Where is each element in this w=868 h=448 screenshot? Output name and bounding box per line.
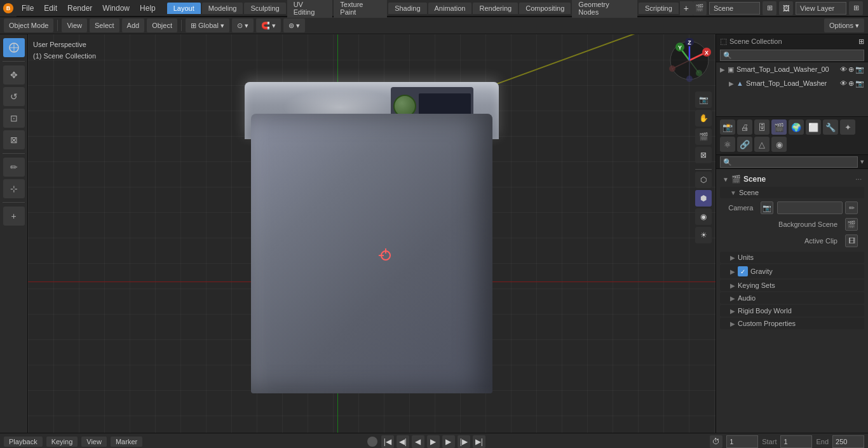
gravity-toggle[interactable]: ✓ bbox=[738, 266, 748, 276]
workspace-tab-geonodes[interactable]: Geometry Nodes bbox=[572, 0, 637, 18]
prop-icon-particles[interactable]: ✦ bbox=[840, 119, 855, 135]
prop-icon-viewlayer[interactable]: 🗄 bbox=[754, 119, 770, 135]
scene-sub-header[interactable]: ▼ Scene bbox=[720, 187, 864, 198]
tool-scale[interactable]: ⊡ bbox=[3, 109, 25, 128]
workspace-tab-sculpting[interactable]: Sculpting bbox=[244, 3, 285, 14]
view-layer-options-icon[interactable]: ⊞ bbox=[849, 1, 863, 15]
tool-measure[interactable]: ⊹ bbox=[3, 179, 25, 198]
outliner-filter-icon[interactable]: ⊞ bbox=[858, 37, 864, 46]
workspace-tab-texture[interactable]: Texture Paint bbox=[334, 0, 387, 18]
prev-keyframe-btn[interactable]: ◀| bbox=[397, 435, 409, 448]
prop-search-input[interactable] bbox=[720, 156, 858, 168]
snap-btn[interactable]: 🧲 ▾ bbox=[256, 18, 281, 32]
next-frame-btn[interactable]: ▶ bbox=[442, 435, 455, 448]
tool-move[interactable]: ✥ bbox=[3, 65, 25, 85]
prev-frame-btn[interactable]: ◀ bbox=[412, 435, 424, 448]
workspace-tab-shading[interactable]: Shading bbox=[388, 3, 426, 14]
prop-icon-render[interactable]: 📸 bbox=[720, 119, 735, 135]
menu-edit[interactable]: Edit bbox=[39, 2, 62, 15]
options-btn[interactable]: Options ▾ bbox=[824, 18, 864, 32]
scene-section-opts[interactable]: ⋯ bbox=[855, 176, 862, 183]
view-menu-btn[interactable]: View bbox=[62, 18, 87, 32]
scene-name-input[interactable] bbox=[709, 2, 760, 15]
workspace-add-tab[interactable]: + bbox=[680, 1, 693, 15]
scene-options-icon[interactable]: ⊞ bbox=[763, 1, 776, 15]
workspace-tab-animation[interactable]: Animation bbox=[428, 3, 472, 14]
tool-annotate[interactable]: ✏ bbox=[3, 158, 25, 177]
viewport-hand-icon[interactable]: ✋ bbox=[695, 110, 712, 126]
outliner-item-0[interactable]: ▶ ▣ Smart_Top_Load_Washer_00 👁 ⊕ 📷 bbox=[716, 62, 868, 76]
active-clip-icon[interactable]: 🎞 bbox=[845, 234, 858, 247]
outliner-select-0[interactable]: ⊕ bbox=[848, 65, 854, 74]
marker-btn[interactable]: Marker bbox=[111, 437, 142, 447]
rigid-body-header[interactable]: ▶ Rigid Body World bbox=[720, 305, 864, 316]
menu-window[interactable]: Window bbox=[97, 2, 135, 15]
camera-picker-icon[interactable]: 📷 bbox=[761, 201, 773, 214]
viewport[interactable]: User Perspective (1) Scene Collection X … bbox=[28, 34, 715, 433]
keying-sets-header[interactable]: ▶ Keying Sets bbox=[720, 280, 864, 291]
viewport-camera-icon[interactable]: 📷 bbox=[695, 92, 712, 108]
workspace-tab-modeling[interactable]: Modeling bbox=[202, 3, 243, 14]
vp-shading-material[interactable]: ◉ bbox=[695, 208, 712, 225]
menu-help[interactable]: Help bbox=[135, 2, 161, 15]
prop-icon-object[interactable]: ⬜ bbox=[806, 119, 821, 135]
outliner-expand-1[interactable]: ▶ bbox=[729, 80, 734, 87]
time-display-icon[interactable]: ⏱ bbox=[710, 435, 722, 448]
workspace-tab-rendering[interactable]: Rendering bbox=[473, 3, 518, 14]
transform-pivot-btn[interactable]: ⊙ ▾ bbox=[232, 18, 254, 32]
play-btn[interactable]: ▶ bbox=[427, 435, 440, 448]
add-menu-btn[interactable]: Add bbox=[122, 18, 145, 32]
outliner-select-1[interactable]: ⊕ bbox=[848, 79, 854, 88]
camera-edit-icon[interactable]: ✏ bbox=[845, 201, 858, 214]
next-keyframe-btn[interactable]: |▶ bbox=[458, 435, 470, 448]
units-section-header[interactable]: ▶ Units bbox=[720, 252, 864, 263]
gravity-section-header[interactable]: ▶ ✓ Gravity bbox=[720, 264, 864, 278]
tool-rotate[interactable]: ↺ bbox=[3, 87, 25, 106]
tool-add-cube[interactable]: + bbox=[3, 207, 25, 226]
select-menu-btn[interactable]: Select bbox=[90, 18, 119, 32]
jump-start-btn[interactable]: |◀ bbox=[381, 435, 394, 448]
prop-icon-output[interactable]: 🖨 bbox=[737, 119, 752, 135]
transform-global-btn[interactable]: ⊞ Global ▾ bbox=[186, 18, 229, 32]
proportional-edit-btn[interactable]: ⊚ ▾ bbox=[283, 18, 305, 32]
prop-icon-physics[interactable]: ⚛ bbox=[720, 137, 735, 152]
start-frame-input[interactable] bbox=[780, 435, 812, 448]
view-layer-input[interactable] bbox=[796, 2, 846, 15]
prop-icon-modifier[interactable]: 🔧 bbox=[823, 119, 838, 135]
menu-file[interactable]: File bbox=[17, 2, 39, 15]
prop-filter-btn[interactable]: ▾ bbox=[860, 158, 864, 166]
workspace-tab-layout[interactable]: Layout bbox=[167, 3, 201, 14]
playback-btn[interactable]: Playback bbox=[4, 437, 43, 447]
custom-props-header[interactable]: ▶ Custom Properties bbox=[720, 318, 864, 329]
outliner-render-0[interactable]: 📷 bbox=[855, 65, 864, 74]
prop-icon-world[interactable]: 🌍 bbox=[789, 119, 804, 135]
outliner-render-1[interactable]: 📷 bbox=[855, 79, 864, 88]
outliner-item-1[interactable]: ▶ ▲ Smart_Top_Load_Washer 👁 ⊕ 📷 bbox=[716, 76, 868, 90]
object-mode-btn[interactable]: Object Mode bbox=[4, 18, 53, 32]
current-frame-input[interactable] bbox=[726, 435, 758, 448]
prop-icon-material[interactable]: ◉ bbox=[771, 137, 787, 152]
prop-icon-objdata[interactable]: △ bbox=[754, 137, 770, 152]
workspace-tab-scripting[interactable]: Scripting bbox=[639, 3, 679, 14]
prop-icon-constraints[interactable]: 🔗 bbox=[737, 137, 752, 152]
bg-scene-icon[interactable]: 🎬 bbox=[845, 218, 858, 231]
object-menu-btn[interactable]: Object bbox=[147, 18, 177, 32]
prop-section-scene-header[interactable]: ▼ 🎬 Scene ⋯ bbox=[720, 173, 864, 186]
prop-icon-scene[interactable]: 🎬 bbox=[771, 119, 787, 135]
end-frame-input[interactable] bbox=[832, 435, 864, 448]
menu-render[interactable]: Render bbox=[62, 2, 97, 15]
tool-transform[interactable]: ⊠ bbox=[3, 130, 25, 149]
workspace-tab-compositing[interactable]: Compositing bbox=[519, 3, 571, 14]
keying-btn[interactable]: Keying bbox=[46, 437, 78, 447]
camera-value[interactable] bbox=[777, 201, 843, 214]
audio-section-header[interactable]: ▶ Audio bbox=[720, 292, 864, 304]
outliner-expand-0[interactable]: ▶ bbox=[720, 66, 725, 73]
vp-shading-solid[interactable]: ⬢ bbox=[695, 190, 712, 207]
outliner-visibility-1[interactable]: 👁 bbox=[840, 79, 847, 88]
jump-end-btn[interactable]: ▶| bbox=[473, 435, 485, 448]
vp-shading-wire[interactable]: ⬡ bbox=[695, 172, 712, 188]
view-btn[interactable]: View bbox=[81, 437, 107, 447]
record-btn[interactable] bbox=[367, 437, 377, 447]
outliner-search-input[interactable] bbox=[720, 50, 864, 61]
viewport-cube-icon[interactable]: ⊠ bbox=[695, 147, 712, 163]
